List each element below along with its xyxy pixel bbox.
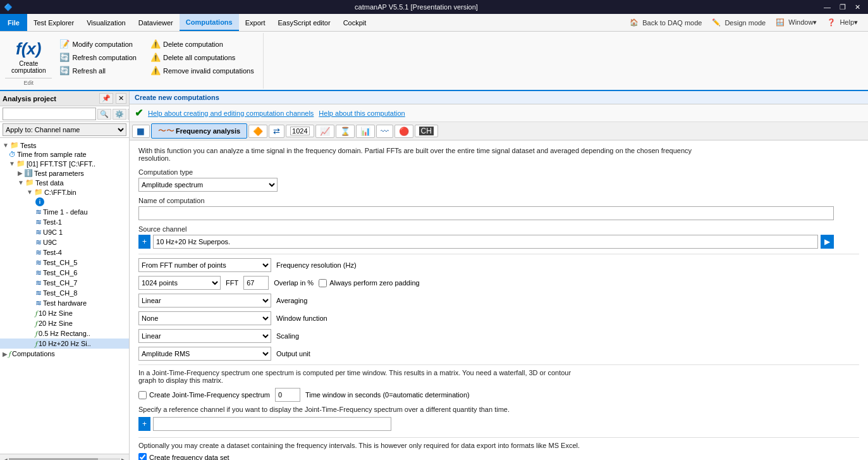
- tree-item-c-fft-bin[interactable]: ▼ 📁 C:\FFT.bin: [0, 187, 129, 197]
- name-input[interactable]: [138, 206, 834, 220]
- close-button[interactable]: ✕: [851, 2, 864, 13]
- tab-ext[interactable]: CH: [415, 125, 438, 137]
- fft-points-select[interactable]: 1024 points 512 points 2048 points: [138, 276, 221, 290]
- minimize-button[interactable]: —: [820, 2, 834, 13]
- computation-type-select[interactable]: Amplitude spectrum Phase spectrum Power …: [138, 178, 278, 192]
- tree-item-test-4[interactable]: ≋ Test-4: [0, 247, 129, 258]
- sidebar-close-button[interactable]: ✕: [116, 93, 126, 104]
- help-computation-link[interactable]: Help about this computation: [319, 109, 405, 117]
- remove-invalid-icon: ⚠️: [150, 66, 161, 75]
- create-freq-dataset-checkbox[interactable]: [138, 453, 147, 460]
- tree-item-time-sample[interactable]: ⏱ Time from sample rate: [0, 150, 129, 159]
- menu-test-explorer[interactable]: Test Explorer: [27, 14, 80, 31]
- tree-item-computations[interactable]: ▶ 𝑓 Computations: [0, 349, 129, 359]
- sidebar-settings-button[interactable]: ⚙️: [113, 109, 126, 120]
- tree-item-10hz20hz[interactable]: 𝑓 10 Hz+20 Hz Si..: [0, 339, 129, 349]
- design-mode-link[interactable]: ✏️ Design mode: [709, 16, 771, 29]
- modify-computation-button[interactable]: 📝 Modify computation: [56, 38, 140, 50]
- ref-channel-input[interactable]: [153, 417, 391, 431]
- tab-math[interactable]: 📈: [315, 125, 334, 138]
- freq-analysis-description: With this function you can analyze a tim…: [138, 147, 707, 162]
- time-window-input[interactable]: [275, 388, 300, 402]
- tree-item-test-ch-8[interactable]: ≋ Test_CH_8: [0, 288, 129, 298]
- refresh-all-label: Refresh all: [72, 67, 106, 75]
- back-to-daq-link[interactable]: 🏠 Back to DAQ mode: [627, 16, 707, 29]
- tab-wave[interactable]: 〰: [376, 125, 393, 138]
- tree-item-test-1[interactable]: ≋ Test-1: [0, 217, 129, 227]
- ref-channel-select-button[interactable]: +: [138, 417, 150, 431]
- menu-visualization[interactable]: Visualization: [80, 14, 132, 31]
- tree-item-test-ch-6[interactable]: ≋ Test_CH_6: [0, 268, 129, 278]
- tree-item-u9c[interactable]: ≋ U9C: [0, 237, 129, 247]
- create-joint-checkbox[interactable]: [138, 391, 147, 399]
- sidebar-search-button[interactable]: 🔍: [97, 109, 111, 120]
- help-link[interactable]: ❓ Help▾: [824, 16, 863, 29]
- tree-item-fft-tst[interactable]: ▼ 📁 [01] FFT.TST [C:\FFT..: [0, 159, 129, 168]
- sidebar-apply-select[interactable]: Apply to: Channel name: [3, 123, 126, 136]
- help-creating-link[interactable]: Help about creating and editing computat…: [148, 109, 314, 117]
- tree-item-tests[interactable]: ▼ 📁 Tests: [0, 140, 129, 150]
- menu-cockpit[interactable]: Cockpit: [337, 14, 373, 31]
- sidebar-scrollbar[interactable]: ◀ ▶: [0, 454, 129, 460]
- averaging-select[interactable]: Linear Exponential None: [138, 294, 271, 308]
- tree-item-test-params[interactable]: ▶ ℹ️ Test parameters: [0, 168, 129, 178]
- window-select[interactable]: None Hanning Hamming Blackman: [138, 311, 271, 325]
- menu-file[interactable]: File: [0, 14, 27, 31]
- tree-item-time-1[interactable]: ≋ Time 1 - defau: [0, 207, 129, 217]
- create-joint-checkbox-label[interactable]: Create Joint-Time-Frequency spectrum: [138, 391, 270, 399]
- menu-export[interactable]: Export: [239, 14, 272, 31]
- channel-icon: ≋: [35, 228, 42, 237]
- freq-resolution-input[interactable]: [243, 276, 269, 290]
- menu-right: 🏠 Back to DAQ mode ✏️ Design mode 🪟 Wind…: [622, 14, 868, 31]
- menu-easyscript[interactable]: EasyScript editor: [272, 14, 337, 31]
- tree-item-05hz-rect[interactable]: 𝑓 0.5 Hz Rectang..: [0, 328, 129, 339]
- tree-label: Test parameters: [34, 170, 84, 177]
- output-unit-select[interactable]: Amplitude RMS Amplitude peak Power: [138, 347, 271, 361]
- tree-item-info-circle[interactable]: i: [0, 197, 129, 207]
- refresh-all-button[interactable]: 🔄 Refresh all: [56, 65, 140, 77]
- tree-item-20hz-sine[interactable]: 𝑓 20 Hz Sine: [0, 318, 129, 328]
- tab-resample[interactable]: 1024: [286, 125, 314, 137]
- folder-icon: 📁: [25, 178, 34, 187]
- fft-method-select[interactable]: From FFT number of points From frequency…: [138, 258, 271, 272]
- source-arrow-button[interactable]: ▶: [821, 235, 834, 249]
- tab-formula[interactable]: ▦: [132, 125, 150, 138]
- tab-frequency-analysis[interactable]: 〜〜 Frequency analysis: [151, 123, 247, 139]
- delete-all-button[interactable]: ⚠️ Delete all computations: [147, 51, 258, 63]
- delete-computation-button[interactable]: ⚠️ Delete computation: [147, 38, 258, 50]
- restore-button[interactable]: ❐: [836, 2, 850, 13]
- tree-item-test-ch-5[interactable]: ≋ Test_CH_5: [0, 258, 129, 268]
- tree-label: Time 1 - defau: [43, 208, 88, 216]
- accept-button[interactable]: ✔: [135, 107, 143, 119]
- zero-padding-checkbox[interactable]: [319, 279, 327, 287]
- title-bar: 🔷 catmanAP V5.5.1 [Presentation version]…: [0, 0, 868, 14]
- menu-computations[interactable]: Computations: [180, 14, 239, 31]
- window-link[interactable]: 🪟 Window▾: [773, 16, 822, 29]
- tree-item-u9c-1[interactable]: ≋ U9C 1: [0, 227, 129, 237]
- tab-statistics[interactable]: 🔶: [248, 125, 267, 138]
- sidebar-scroll-left[interactable]: ◀: [3, 457, 8, 460]
- title-bar-controls: — ❐ ✕: [820, 2, 864, 13]
- scaling-select[interactable]: Linear Logarithmic dB: [138, 329, 271, 343]
- tree-item-test-hardware[interactable]: ≋ Test hardware: [0, 298, 129, 308]
- refresh-computation-button[interactable]: 🔄 Refresh computation: [56, 51, 140, 63]
- sidebar-search-input[interactable]: [3, 108, 96, 120]
- remove-invalid-button[interactable]: ⚠️ Remove invalid computations: [147, 65, 258, 77]
- tree-item-test-ch-7[interactable]: ≋ Test_CH_7: [0, 278, 129, 288]
- tab-bars[interactable]: 📊: [356, 125, 375, 138]
- tree-item-test-data[interactable]: ▼ 📁 Test data: [0, 178, 129, 187]
- tree-item-10hz-sine[interactable]: 𝑓 10 Hz Sine: [0, 308, 129, 318]
- source-channel-input[interactable]: [153, 235, 818, 249]
- zero-padding-checkbox-label[interactable]: Always perform zero padding: [319, 279, 419, 287]
- tab-special[interactable]: 🔴: [394, 125, 413, 138]
- source-select-button[interactable]: +: [138, 235, 150, 249]
- tab-freq-icon: 〜〜: [158, 125, 174, 137]
- tab-time[interactable]: ⌛: [336, 125, 355, 138]
- form-area: With this function you can analyze a tim…: [130, 140, 868, 460]
- create-computation-button[interactable]: f(x) Createcomputation: [5, 37, 52, 77]
- sidebar-scroll-right[interactable]: ▶: [121, 457, 126, 460]
- create-freq-dataset-label[interactable]: Create frequency data set: [138, 453, 229, 460]
- sidebar-pin-button[interactable]: 📌: [99, 93, 113, 104]
- menu-dataviewer[interactable]: Dataviewer: [132, 14, 180, 31]
- tab-filter[interactable]: ⇄: [269, 125, 284, 138]
